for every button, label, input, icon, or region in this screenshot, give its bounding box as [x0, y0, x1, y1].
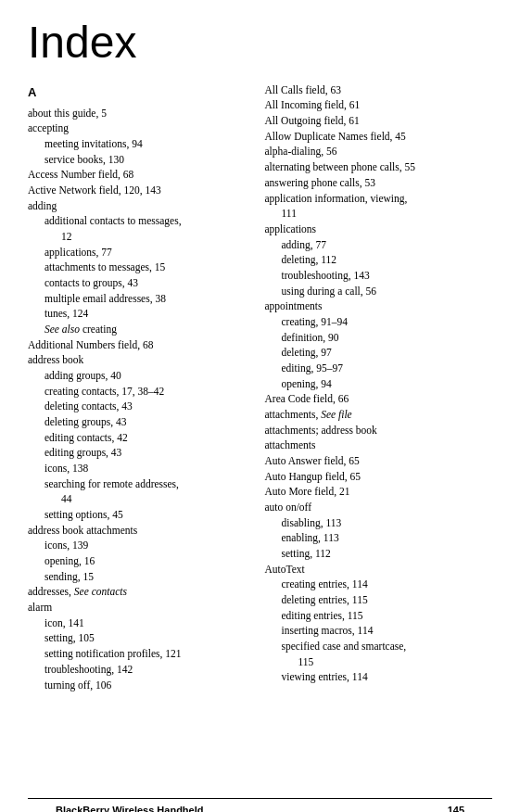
- list-item: contacts to groups, 43: [28, 275, 256, 291]
- list-item: about this guide, 5: [28, 106, 256, 121]
- list-item: adding groups, 40: [28, 368, 256, 384]
- list-item: All Calls field, 63: [265, 82, 493, 98]
- list-item: alpha-dialing, 56: [265, 144, 493, 159]
- list-item: troubleshooting, 142: [28, 662, 256, 678]
- list-item: Allow Duplicate Names field, 45: [265, 129, 493, 145]
- list-item: address book: [28, 352, 256, 368]
- list-item: tunes, 124: [28, 306, 256, 322]
- list-item: editing groups, 43: [28, 445, 256, 461]
- list-item: alarm: [28, 600, 256, 615]
- list-item: deleting entries, 115: [265, 592, 493, 608]
- list-item: 111: [265, 206, 493, 222]
- list-item: AutoText: [265, 562, 493, 577]
- list-item: creating contacts, 17, 38–42: [28, 384, 256, 400]
- list-item: auto on/off: [265, 500, 493, 515]
- footer: BlackBerry Wireless Handheld 145: [28, 798, 492, 812]
- list-item: sending, 15: [28, 569, 256, 585]
- list-item: inserting macros, 114: [265, 623, 493, 639]
- list-item: disabling, 113: [265, 515, 493, 531]
- list-item: Area Code field, 66: [265, 391, 493, 407]
- list-item: attachments to messages, 15: [28, 260, 256, 275]
- list-item: Auto Hangup field, 65: [265, 469, 493, 485]
- right-column: All Calls field, 63All Incoming field, 6…: [265, 82, 493, 692]
- list-item: attachments: [265, 438, 493, 453]
- list-item: 44: [28, 491, 256, 507]
- list-item: addresses, See contacts: [28, 584, 256, 600]
- footer-right: 145: [448, 805, 464, 812]
- list-item: answering phone calls, 53: [265, 175, 493, 191]
- list-item: attachments, See file: [265, 407, 493, 423]
- list-item: address book attachments: [28, 523, 256, 539]
- page-title: Index: [28, 19, 492, 68]
- list-item: setting, 105: [28, 630, 256, 646]
- left-column: A about this guide, 5acceptingmeeting in…: [28, 82, 265, 692]
- list-item: All Incoming field, 61: [265, 97, 493, 113]
- list-item: icons, 139: [28, 538, 256, 553]
- list-item: 12: [28, 229, 256, 245]
- list-item: Auto More field, 21: [265, 484, 493, 500]
- list-item: Access Number field, 68: [28, 167, 256, 183]
- list-item: appointments: [265, 298, 493, 314]
- left-col-entries: about this guide, 5acceptingmeeting invi…: [28, 106, 256, 693]
- list-item: enabling, 113: [265, 530, 493, 546]
- list-item: definition, 90: [265, 330, 493, 346]
- list-item: setting notification profiles, 121: [28, 646, 256, 662]
- list-item: specified case and smartcase,: [265, 639, 493, 654]
- right-col-entries: All Calls field, 63All Incoming field, 6…: [265, 82, 493, 685]
- list-item: Additional Numbers field, 68: [28, 337, 256, 353]
- list-item: adding: [28, 198, 256, 214]
- list-item: Active Network field, 120, 143: [28, 183, 256, 198]
- list-item: alternating between phone calls, 55: [265, 159, 493, 175]
- list-item: editing contacts, 42: [28, 430, 256, 446]
- list-item: 115: [265, 654, 493, 670]
- list-item: icons, 138: [28, 461, 256, 476]
- list-item: viewing entries, 114: [265, 669, 493, 685]
- list-item: opening, 94: [265, 376, 493, 392]
- list-item: opening, 16: [28, 553, 256, 569]
- list-item: adding, 77: [265, 237, 493, 253]
- list-item: setting options, 45: [28, 507, 256, 523]
- list-item: deleting, 112: [265, 252, 493, 268]
- list-item: See also creating: [28, 322, 256, 337]
- list-item: service books, 130: [28, 152, 256, 168]
- list-item: deleting, 97: [265, 345, 493, 361]
- list-item: application information, viewing,: [265, 191, 493, 207]
- list-item: creating, 91–94: [265, 314, 493, 330]
- list-item: applications, 77: [28, 245, 256, 260]
- list-item: using during a call, 56: [265, 284, 493, 299]
- list-item: additional contacts to messages,: [28, 213, 256, 229]
- list-item: meeting invitations, 94: [28, 136, 256, 152]
- list-item: searching for remote addresses,: [28, 476, 256, 492]
- list-item: creating entries, 114: [265, 577, 493, 592]
- list-item: setting, 112: [265, 546, 493, 562]
- list-item: Auto Answer field, 65: [265, 453, 493, 469]
- list-item: attachments; address book: [265, 423, 493, 438]
- list-item: All Outgoing field, 61: [265, 113, 493, 129]
- list-item: troubleshooting, 143: [265, 268, 493, 284]
- list-item: multiple email addresses, 38: [28, 291, 256, 307]
- list-item: deleting groups, 43: [28, 414, 256, 430]
- list-item: turning off, 106: [28, 678, 256, 693]
- list-item: editing entries, 115: [265, 608, 493, 624]
- list-item: icon, 141: [28, 615, 256, 631]
- section-letter-a: A: [28, 84, 256, 102]
- list-item: editing, 95–97: [265, 361, 493, 376]
- footer-left: BlackBerry Wireless Handheld: [56, 805, 203, 812]
- list-item: applications: [265, 222, 493, 237]
- list-item: accepting: [28, 121, 256, 136]
- list-item: deleting contacts, 43: [28, 399, 256, 414]
